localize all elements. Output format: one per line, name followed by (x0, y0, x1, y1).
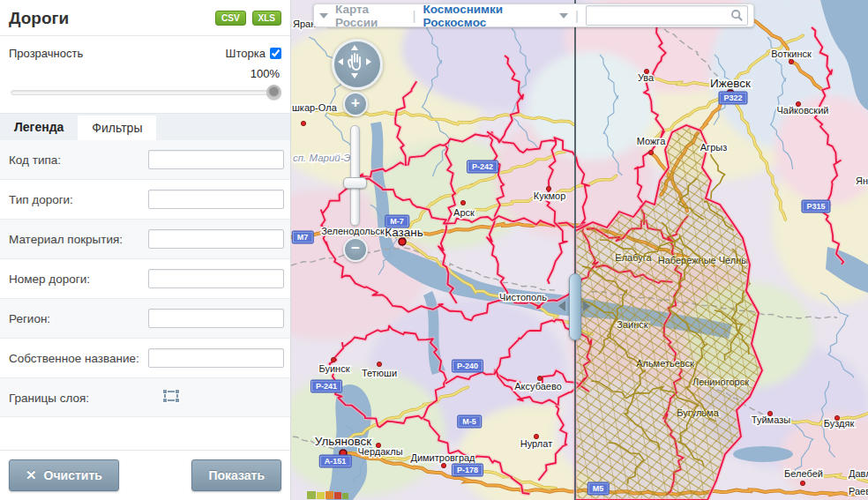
tab-bar: Легенда Фильтры (0, 113, 290, 140)
field-label: Собственное название: (9, 348, 148, 366)
map-label: Чистополь (499, 292, 547, 302)
road-badge: Р315 (801, 200, 830, 213)
field-row-layer-extent: Границы слоя: (0, 378, 290, 417)
tab-filters[interactable]: Фильтры (78, 116, 156, 140)
road-type-input[interactable] (148, 190, 284, 209)
city-dot (460, 200, 465, 205)
map-viewport[interactable]: ЕлабугаНабережные ЧелныЗаинскАльметьевск… (291, 0, 868, 500)
field-label: Регион: (9, 309, 148, 326)
map-label: Тетюши (362, 368, 397, 378)
field-row-type-code: Код типа: (0, 140, 290, 180)
road-badge: Р-240 (452, 360, 483, 373)
map-label: Аксубаево (514, 381, 562, 392)
clear-x-icon: ✕ (26, 471, 37, 480)
slider-handle[interactable] (266, 85, 281, 100)
layer-separator: | (575, 8, 579, 23)
map-label: Агрыз (700, 142, 727, 153)
road-badge: Р-242 (467, 160, 498, 174)
map-search-input[interactable] (590, 7, 730, 24)
map-label: Димитровград (410, 452, 475, 463)
transparency-section: Прозрачность Шторка 100% (0, 36, 290, 113)
field-label: Номер дороги: (9, 269, 148, 287)
map-label: Арск (453, 207, 475, 218)
field-label: Код типа: (9, 150, 148, 168)
field-row-road-type: Тип дороги: (0, 180, 290, 220)
zoom-in-button[interactable]: + (343, 92, 368, 116)
city-dot (537, 376, 542, 380)
city-dot (399, 238, 406, 245)
show-button[interactable]: Показать (191, 459, 281, 491)
pan-control[interactable] (332, 39, 383, 90)
city-dot (301, 121, 305, 125)
map-label: сп. Марий-Эл (293, 153, 357, 163)
zoom-out-button[interactable]: − (343, 237, 368, 262)
transparency-value: 100% (9, 67, 280, 80)
city-dot (377, 362, 381, 366)
active-layer-option[interactable]: Космоснимки Роскосмос (423, 3, 552, 29)
filters-form: Код типа: Тип дороги: Материал покрытия:… (0, 140, 290, 450)
panel-footer: ✕ Очистить Показать (0, 450, 290, 500)
field-row-proper-name: Собственное название: (0, 339, 290, 378)
city-dot (331, 357, 335, 362)
type-code-input[interactable] (148, 150, 284, 169)
collapse-chevron-icon[interactable] (319, 13, 328, 19)
field-label: Границы слоя: (9, 388, 148, 406)
search-icon[interactable] (730, 9, 744, 22)
field-row-surface-material: Материал покрытия: (0, 220, 290, 259)
surface-material-input[interactable] (148, 229, 284, 249)
panel-title: Дороги (9, 9, 69, 28)
city-dot (648, 150, 653, 154)
map-label: Раевский (849, 486, 868, 496)
zoom-slider[interactable] (350, 125, 360, 226)
roads-gis-app: Дороги CSV XLS Прозрачность Шторка 100% … (0, 0, 868, 500)
curtain-checkbox[interactable] (270, 48, 281, 59)
map-label: шкар-Ола (292, 102, 338, 113)
city-dot (789, 59, 793, 63)
map-label: Воткинск (771, 49, 812, 59)
road-badge: М5 (587, 482, 610, 496)
layer-separator: | (413, 8, 416, 23)
map-label: Чайковский (777, 105, 829, 116)
map-label: Ижевск (710, 77, 751, 90)
map-label: Янаул (856, 175, 868, 186)
extent-icon[interactable] (162, 389, 180, 407)
layer-bar: Карта России | Космоснимки Роскосмос | (313, 4, 754, 27)
curtain-divider[interactable] (574, 0, 576, 500)
map-label: Чердаклы (357, 446, 402, 457)
field-row-road-number: Номер дороги: (0, 259, 290, 299)
roads-panel: Дороги CSV XLS Прозрачность Шторка 100% … (0, 0, 291, 500)
road-badge: А-151 (319, 455, 352, 468)
curtain-label: Шторка (226, 47, 266, 60)
road-badge: Р322 (718, 92, 747, 105)
transparency-label: Прозрачность (9, 47, 83, 60)
road-badge: М-5 (457, 415, 482, 429)
map-label: Давлеканово (849, 468, 868, 479)
tab-legend[interactable]: Легенда (0, 114, 78, 140)
city-dot (376, 443, 380, 447)
slider-track[interactable] (11, 90, 280, 95)
layer-dropdown-chevron-icon[interactable] (559, 13, 568, 19)
field-label: Материал покрытия: (9, 229, 148, 247)
map-label: Кукмор (534, 190, 566, 201)
proper-name-input[interactable] (148, 348, 284, 368)
hand-icon (348, 54, 360, 70)
export-xls-button[interactable]: XLS (252, 11, 281, 26)
export-csv-button[interactable]: CSV (215, 11, 246, 26)
transparency-slider[interactable] (11, 86, 280, 99)
base-layer-option[interactable]: Карта России (335, 3, 406, 29)
city-dot (834, 415, 839, 420)
map-label: Нурлат (520, 438, 552, 449)
clear-button[interactable]: ✕ Очистить (9, 459, 119, 491)
road-number-input[interactable] (148, 269, 284, 288)
field-row-region: Регион: (0, 299, 290, 339)
zoom-slider-handle[interactable] (343, 177, 367, 189)
map-search-box[interactable] (586, 5, 748, 26)
curtain-handle[interactable] (569, 273, 581, 340)
city-dot (796, 101, 800, 106)
region-input[interactable] (148, 309, 284, 328)
curtain-arrow-right-icon (583, 301, 590, 311)
curtain-arrow-left-icon (558, 301, 565, 311)
road-badge: М-7 (385, 215, 409, 228)
city-dot (800, 481, 804, 485)
city-dot (644, 69, 648, 73)
